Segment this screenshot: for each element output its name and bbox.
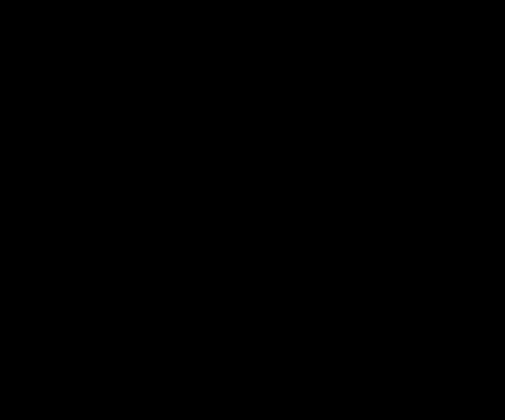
- chart-wheel: [0, 0, 505, 420]
- app-window: [0, 0, 505, 420]
